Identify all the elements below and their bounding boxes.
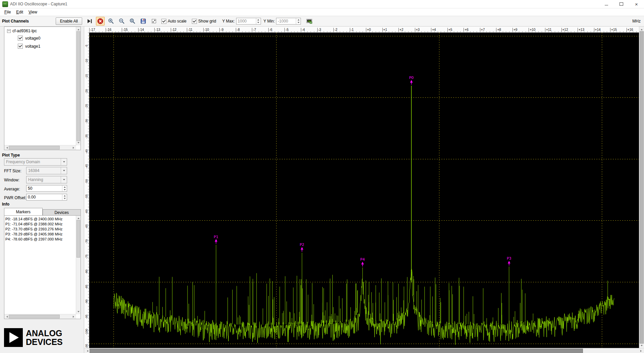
axis-units-label: MHz [632,19,644,24]
markers-list: P0: -18.14 dBFS @ 2400.000 MHzP1: -71.04… [4,216,76,314]
tab-devices[interactable]: Devices [43,209,81,216]
markers-vscroll-thumb[interactable] [76,220,80,258]
markers-hscroll-thumb[interactable] [9,315,60,318]
pwr-offset-spin-arrows[interactable] [62,194,67,200]
ruler-corner [84,27,89,33]
tab-markers[interactable]: Markers [4,208,43,216]
zoom-in-button[interactable] [107,17,115,26]
plot-channels-label: Plot Channels [2,19,29,24]
auto-scale-checkbox[interactable] [161,19,166,24]
analog-devices-logo: ANALOG DEVICES [4,328,63,347]
x-tick-label: +2 [398,28,403,32]
y-max-value[interactable]: 1000 [236,18,256,24]
menu-item-file[interactable]: File [2,9,13,15]
tree-channel-voltage0[interactable]: voltage0 [4,34,76,42]
x-tick-label: -11 [187,28,193,32]
menu-item-edit[interactable]: Edit [13,9,26,15]
plot-vscroll-thumb[interactable] [640,31,644,344]
tree-hscroll-thumb[interactable] [9,146,60,149]
y-max-spin-arrows[interactable] [256,18,261,24]
expander-icon[interactable] [7,29,11,33]
zoom-fit-icon [129,18,136,24]
x-tick-label: -3 [317,28,321,32]
window-dropdown[interactable]: Hanning [26,176,67,183]
x-tick-label: +16 [627,28,633,32]
pwr-offset-label: PWR Offset: [4,195,26,200]
zoom-out-icon [119,18,125,24]
average-value[interactable]: 50 [26,185,62,191]
markers-horizontal-scrollbar[interactable] [4,314,76,319]
play-step-icon [87,18,92,24]
y-tick-label: -10 [85,56,89,66]
zoom-fit-button[interactable] [128,17,137,26]
x-tick-label: -14 [138,28,144,32]
tree-vscroll-thumb[interactable] [76,31,80,141]
show-grid-toggle[interactable]: Show grid [192,19,216,24]
device-tree-channels: voltage0voltage1 [4,34,76,50]
x-tick-label: +10 [529,28,535,32]
plot-hscroll-thumb[interactable] [90,349,583,353]
close-button[interactable]: × [629,0,644,8]
fft-size-value: 16384 [26,168,61,173]
show-grid-checkbox[interactable] [192,19,197,24]
tree-channel-voltage1[interactable]: voltage1 [4,42,76,50]
save-button[interactable] [139,17,148,26]
pwr-offset-value[interactable]: 0.00 [26,194,62,200]
zoom-out-button[interactable] [117,17,126,26]
pwr-offset-spinner[interactable]: 0.00 [26,194,67,201]
plot-vertical-scrollbar[interactable] [639,27,644,348]
x-tick-label: +15 [610,28,617,32]
fft-size-dropdown[interactable]: 16384 [26,167,67,174]
chevron-down-icon [61,167,67,174]
y-min-value[interactable]: -1000 [276,18,296,24]
plot-snapshot-icon [306,19,312,24]
window-value: Hanning [26,177,61,182]
x-tick-label: -15 [122,28,127,32]
channel-checkbox[interactable] [18,44,23,49]
average-spinner[interactable]: 50 [26,185,67,192]
x-tick-label: +0 [366,28,371,32]
menu-item-view[interactable]: View [26,9,40,15]
x-tick-label: -7 [252,28,256,32]
auto-scale-toggle[interactable]: Auto scale [161,19,186,24]
y-tick-label: -45 [85,161,89,171]
tree-vertical-scrollbar[interactable] [76,27,80,145]
y-tick-label: -105 [85,342,89,349]
fullscreen-button[interactable] [150,17,158,26]
x-tick-label: -9 [219,28,223,32]
plot-type-value: Frequency Domain [4,160,61,164]
x-tick-label: -8 [236,28,240,32]
minimize-button[interactable] [599,0,614,8]
x-tick-label: +13 [578,28,584,32]
zoom-in-icon [108,18,114,24]
plot-type-dropdown[interactable]: Frequency Domain [4,158,67,166]
y-min-spin-arrows[interactable] [296,18,301,24]
sidebar: cf-ad9361-lpc voltage0voltage1 Plot Type… [0,27,84,353]
device-label: cf-ad9361-lpc [12,29,37,33]
stop-capture-button[interactable] [96,17,105,26]
markers-vertical-scrollbar[interactable] [76,216,80,314]
save-plot-button[interactable] [305,17,314,26]
x-tick-label: -2 [333,28,337,32]
plot-canvas[interactable]: P0P1P2P3P4 [89,33,639,348]
plot-horizontal-scrollbar[interactable] [84,348,644,353]
stop-icon [97,18,103,24]
tree-device-row[interactable]: cf-ad9361-lpc [4,27,76,34]
plot-type-label: Plot Type [2,153,20,158]
marker-readout-p0: P0: -18.14 dBFS @ 2400.000 MHz [5,217,76,222]
marker-readout-p2: P2: -73.70 dBFS @ 2393.276 MHz [5,227,76,232]
y-min-spinner[interactable]: -1000 [276,18,301,25]
channel-checkbox[interactable] [18,36,23,41]
maximize-button[interactable] [614,0,629,8]
enable-all-button[interactable]: Enable All [56,17,82,25]
y-max-spinner[interactable]: 1000 [236,18,261,25]
average-spin-arrows[interactable] [62,185,67,191]
x-tick-label: -17 [89,28,95,32]
y-min-label: Y Min: [264,19,275,24]
x-tick-label: +7 [480,28,485,32]
svg-text:P4: P4 [360,257,365,262]
spectrum-svg: P0P1P2P3P4 [89,33,639,348]
tree-horizontal-scrollbar[interactable] [4,145,76,150]
window-label: Window: [4,178,19,182]
capture-play-button[interactable] [85,17,94,26]
